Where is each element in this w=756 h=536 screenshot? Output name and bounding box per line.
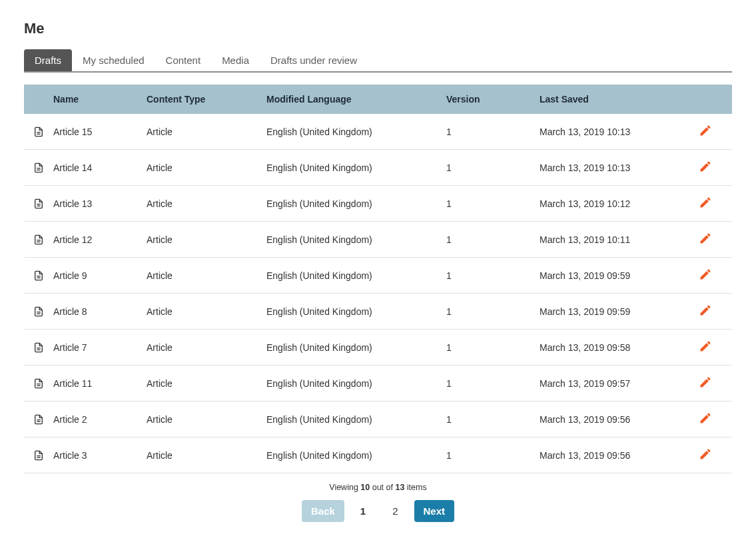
cell-saved: March 13, 2019 09:57 xyxy=(540,378,693,389)
cell-name: Article 8 xyxy=(53,306,147,317)
table-row: Article 12ArticleEnglish (United Kingdom… xyxy=(24,222,732,258)
cell-saved: March 13, 2019 09:59 xyxy=(540,270,693,281)
cell-type: Article xyxy=(147,414,266,425)
cell-lang: English (United Kingdom) xyxy=(266,414,446,425)
cell-version: 1 xyxy=(446,414,540,425)
cell-version: 1 xyxy=(446,198,540,209)
cell-name: Article 14 xyxy=(53,162,147,173)
cell-type: Article xyxy=(147,270,266,281)
cell-type: Article xyxy=(147,234,266,245)
col-header-version: Version xyxy=(446,94,540,105)
table-row: Article 9ArticleEnglish (United Kingdom)… xyxy=(24,258,732,294)
edit-icon[interactable] xyxy=(699,376,712,389)
table-row: Article 3ArticleEnglish (United Kingdom)… xyxy=(24,437,732,473)
page-title: Me xyxy=(24,20,732,37)
cell-lang: English (United Kingdom) xyxy=(266,270,446,281)
cell-saved: March 13, 2019 10:13 xyxy=(540,162,693,173)
cell-version: 1 xyxy=(446,378,540,389)
edit-icon[interactable] xyxy=(699,304,712,317)
cell-name: Article 15 xyxy=(53,127,147,137)
cell-lang: English (United Kingdom) xyxy=(266,306,446,317)
edit-icon[interactable] xyxy=(699,411,712,425)
cell-lang: English (United Kingdom) xyxy=(266,127,446,137)
cell-lang: English (United Kingdom) xyxy=(266,342,446,353)
cell-saved: March 13, 2019 09:58 xyxy=(540,342,693,353)
table-row: Article 11ArticleEnglish (United Kingdom… xyxy=(24,366,732,402)
table-row: Article 14ArticleEnglish (United Kingdom… xyxy=(24,150,732,186)
col-header-lang: Modified Language xyxy=(266,94,446,105)
cell-saved: March 13, 2019 10:11 xyxy=(540,234,693,245)
cell-type: Article xyxy=(147,450,266,461)
cell-type: Article xyxy=(147,162,266,173)
cell-lang: English (United Kingdom) xyxy=(266,198,446,209)
edit-icon[interactable] xyxy=(699,196,712,209)
table-row: Article 15ArticleEnglish (United Kingdom… xyxy=(24,114,732,150)
tab-drafts-under-review[interactable]: Drafts under review xyxy=(260,49,368,71)
next-button[interactable]: Next xyxy=(414,500,455,522)
cell-name: Article 13 xyxy=(53,198,147,209)
document-icon xyxy=(33,342,44,354)
edit-icon[interactable] xyxy=(699,447,712,461)
page-number-2[interactable]: 2 xyxy=(388,503,402,519)
cell-saved: March 13, 2019 10:13 xyxy=(540,127,693,137)
cell-version: 1 xyxy=(446,270,540,281)
cell-name: Article 3 xyxy=(53,450,147,461)
col-header-saved: Last Saved xyxy=(540,94,693,105)
edit-icon[interactable] xyxy=(699,268,712,281)
cell-name: Article 11 xyxy=(53,378,147,389)
document-icon xyxy=(33,378,44,390)
edit-icon[interactable] xyxy=(699,160,712,173)
tabs: DraftsMy scheduledContentMediaDrafts und… xyxy=(24,49,732,73)
table-header: Name Content Type Modified Language Vers… xyxy=(24,85,732,114)
table-row: Article 2ArticleEnglish (United Kingdom)… xyxy=(24,402,732,437)
col-header-type: Content Type xyxy=(147,94,266,105)
cell-name: Article 2 xyxy=(53,414,147,425)
cell-version: 1 xyxy=(446,127,540,137)
tab-media[interactable]: Media xyxy=(211,49,260,71)
cell-type: Article xyxy=(147,198,266,209)
edit-icon[interactable] xyxy=(699,232,712,245)
cell-lang: English (United Kingdom) xyxy=(266,162,446,173)
cell-type: Article xyxy=(147,378,266,389)
document-icon xyxy=(33,270,44,282)
document-icon xyxy=(33,234,44,246)
footer-count: Viewing 10 out of 13 items xyxy=(24,483,732,492)
cell-name: Article 7 xyxy=(53,342,147,353)
table-row: Article 13ArticleEnglish (United Kingdom… xyxy=(24,186,732,222)
table-row: Article 7ArticleEnglish (United Kingdom)… xyxy=(24,330,732,366)
cell-type: Article xyxy=(147,306,266,317)
table-row: Article 8ArticleEnglish (United Kingdom)… xyxy=(24,294,732,330)
document-icon xyxy=(33,413,44,425)
document-icon xyxy=(33,449,44,461)
cell-saved: March 13, 2019 10:12 xyxy=(540,198,693,209)
cell-saved: March 13, 2019 09:59 xyxy=(540,306,693,317)
col-header-name: Name xyxy=(53,94,147,105)
tab-content[interactable]: Content xyxy=(155,49,212,71)
cell-version: 1 xyxy=(446,342,540,353)
tab-drafts[interactable]: Drafts xyxy=(24,49,72,71)
document-icon xyxy=(33,198,44,210)
edit-icon[interactable] xyxy=(699,124,712,137)
edit-icon[interactable] xyxy=(699,340,712,353)
cell-lang: English (United Kingdom) xyxy=(266,234,446,245)
pagination: Back 12 Next xyxy=(24,500,732,522)
cell-version: 1 xyxy=(446,450,540,461)
cell-version: 1 xyxy=(446,162,540,173)
cell-type: Article xyxy=(147,127,266,137)
page-number-1[interactable]: 1 xyxy=(356,503,370,519)
cell-type: Article xyxy=(147,342,266,353)
cell-name: Article 9 xyxy=(53,270,147,281)
tab-my-scheduled[interactable]: My scheduled xyxy=(72,49,155,71)
document-icon xyxy=(33,162,44,174)
cell-version: 1 xyxy=(446,306,540,317)
document-icon xyxy=(33,126,44,138)
cell-saved: March 13, 2019 09:56 xyxy=(540,450,693,461)
cell-version: 1 xyxy=(446,234,540,245)
cell-lang: English (United Kingdom) xyxy=(266,378,446,389)
cell-lang: English (United Kingdom) xyxy=(266,450,446,461)
document-icon xyxy=(33,306,44,318)
cell-name: Article 12 xyxy=(53,234,147,245)
back-button[interactable]: Back xyxy=(302,500,344,522)
cell-saved: March 13, 2019 09:56 xyxy=(540,414,693,425)
